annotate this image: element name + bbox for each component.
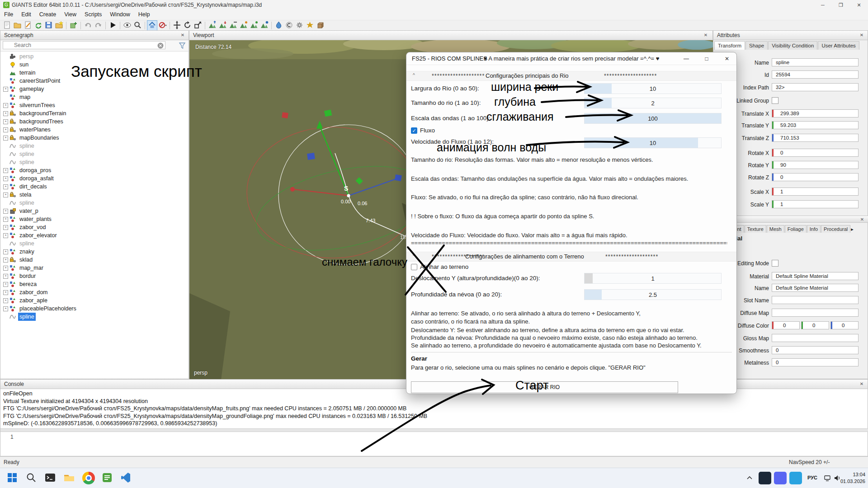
dialog-titlebar[interactable]: FS25 - RIOS COM SPLINES ♥ A maneira mais… bbox=[406, 52, 736, 65]
deslocamento-y-slider[interactable]: 1 bbox=[584, 273, 722, 284]
scenegraph-item-gameplay[interactable]: +gameplay bbox=[0, 85, 189, 93]
material-field[interactable] bbox=[772, 334, 859, 342]
expand-plus-icon[interactable]: + bbox=[3, 274, 8, 279]
tab-visibility-condition[interactable]: Visibility Condition bbox=[768, 41, 817, 50]
scenegraph-item-spline[interactable]: spline bbox=[0, 199, 189, 207]
scenegraph-item-backgroundTerrain[interactable]: +backgroundTerrain bbox=[0, 109, 189, 117]
expand-plus-icon[interactable]: + bbox=[3, 217, 8, 222]
attr-field[interactable]: 25594 bbox=[772, 70, 859, 79]
rotate-tool-icon[interactable] bbox=[183, 21, 192, 30]
collapse-caret-icon[interactable]: ^ bbox=[413, 253, 415, 258]
scenegraph-item-bordur[interactable]: +bordur bbox=[0, 272, 189, 280]
expand-plus-icon[interactable]: + bbox=[3, 127, 8, 132]
attr-field[interactable]: 32> bbox=[772, 83, 859, 91]
import-icon[interactable] bbox=[69, 21, 78, 30]
expand-plus-icon[interactable]: + bbox=[3, 209, 8, 214]
editing-mode-checkbox[interactable] bbox=[772, 260, 778, 267]
scenegraph-item-terrain[interactable]: terrain bbox=[0, 69, 189, 77]
expand-plus-icon[interactable]: + bbox=[3, 225, 8, 230]
scenegraph-close-icon[interactable]: ✕ bbox=[179, 32, 186, 38]
attr-field[interactable]: 0 bbox=[772, 149, 859, 157]
menu-create[interactable]: Create bbox=[35, 10, 61, 19]
terrain-lower-icon[interactable] bbox=[218, 21, 227, 30]
render-cube-icon[interactable] bbox=[316, 21, 325, 30]
scenegraph-item-stela[interactable]: +stela bbox=[0, 191, 189, 199]
diffuse-color-b[interactable]: 0 bbox=[830, 321, 859, 329]
edit-scene-icon[interactable] bbox=[23, 21, 33, 30]
play-icon[interactable] bbox=[108, 21, 118, 30]
scenegraph-item-dirt_decals[interactable]: +dirt_decals bbox=[0, 183, 189, 191]
tabs-overflow-icon[interactable]: ▸ bbox=[851, 226, 854, 232]
scenegraph-item-persp[interactable]: persp bbox=[0, 52, 189, 61]
scenegraph-item-spline[interactable]: spline bbox=[0, 142, 189, 150]
terminal-icon[interactable] bbox=[44, 472, 57, 484]
attr-field[interactable]: 0 bbox=[772, 173, 859, 181]
material-field[interactable] bbox=[772, 309, 859, 317]
scenegraph-item-doroga_pros[interactable]: +doroga_pros bbox=[0, 166, 189, 174]
fluxo-checkbox[interactable]: ✓ bbox=[411, 127, 417, 134]
culling-icon[interactable] bbox=[284, 21, 294, 30]
menu-window[interactable]: Window bbox=[106, 10, 134, 19]
expand-plus-icon[interactable]: + bbox=[3, 282, 8, 287]
material-tab-procedural[interactable]: Procedural bbox=[821, 225, 850, 233]
start-icon[interactable] bbox=[6, 472, 19, 484]
scenegraph-item-znaky[interactable]: +znaky bbox=[0, 248, 189, 256]
material-panel-close-icon[interactable]: ✕ bbox=[859, 216, 865, 223]
terrain-raise-icon[interactable] bbox=[208, 21, 217, 30]
scenegraph-item-placeablePlaceholders[interactable]: +placeablePlaceholders bbox=[0, 305, 189, 313]
new-file-icon[interactable] bbox=[2, 21, 12, 30]
scenegraph-item-water_plants[interactable]: +water_plants bbox=[0, 215, 189, 223]
explorer-icon[interactable] bbox=[63, 472, 76, 484]
clock-date[interactable]: 01.03.2026 bbox=[836, 479, 865, 484]
expand-plus-icon[interactable]: + bbox=[3, 192, 8, 197]
scenegraph-item-silverrunTrees[interactable]: +silverrunTrees bbox=[0, 101, 189, 109]
diffuse-color-g[interactable]: 0 bbox=[801, 321, 829, 329]
expand-plus-icon[interactable]: + bbox=[3, 176, 8, 181]
scenegraph-item-spline[interactable]: spline bbox=[0, 158, 189, 166]
expand-plus-icon[interactable]: + bbox=[3, 233, 8, 238]
foliage-paint-icon[interactable] bbox=[249, 21, 259, 30]
app-maximize-button[interactable]: ❐ bbox=[832, 0, 850, 10]
search-icon[interactable] bbox=[25, 472, 38, 484]
material-tab-mesh[interactable]: Mesh bbox=[767, 225, 784, 233]
expand-plus-icon[interactable]: + bbox=[3, 249, 8, 254]
dialog-close-button[interactable]: ✕ bbox=[720, 54, 734, 63]
material-tab-foliage[interactable]: Foliage bbox=[785, 225, 807, 233]
material-field[interactable] bbox=[772, 296, 859, 304]
expand-plus-icon[interactable]: + bbox=[3, 184, 8, 189]
scenegraph-item-map_mar[interactable]: +map_mar bbox=[0, 264, 189, 272]
attr-field[interactable]: 1 bbox=[772, 188, 859, 196]
linked-group-checkbox[interactable] bbox=[772, 97, 778, 104]
steam-icon[interactable] bbox=[759, 472, 771, 484]
attributes-close-icon[interactable]: ✕ bbox=[859, 32, 865, 38]
profundidade-nevoa-slider[interactable]: 2.5 bbox=[584, 289, 722, 300]
viewport-close-icon[interactable]: ✕ bbox=[703, 32, 709, 38]
save-icon[interactable] bbox=[44, 21, 53, 30]
escala-ondas-slider[interactable]: 100 bbox=[584, 113, 722, 124]
tab-transform[interactable]: Transform bbox=[714, 41, 745, 50]
scenegraph-item-bereza[interactable]: +bereza bbox=[0, 280, 189, 288]
scenegraph-item-waterPlanes[interactable]: +waterPlanes bbox=[0, 126, 189, 134]
expand-plus-icon[interactable]: + bbox=[3, 136, 8, 141]
console-input-area[interactable] bbox=[0, 431, 868, 457]
vscode-icon[interactable] bbox=[120, 472, 133, 484]
search-input[interactable] bbox=[3, 41, 165, 49]
material-tab-info[interactable]: Info bbox=[807, 225, 821, 233]
dialog-maximize-button[interactable]: □ bbox=[700, 54, 713, 63]
undo-icon[interactable] bbox=[83, 21, 93, 30]
scenegraph-item-mapBoundaries[interactable]: +mapBoundaries bbox=[0, 134, 189, 142]
scenegraph-item-zabor_elevator[interactable]: +zabor_elevator bbox=[0, 231, 189, 239]
diffuse-color-r[interactable]: 0 bbox=[772, 321, 800, 329]
expand-plus-icon[interactable]: + bbox=[3, 168, 8, 173]
tray-chevron-icon[interactable] bbox=[746, 475, 753, 481]
expand-plus-icon[interactable]: + bbox=[3, 290, 8, 295]
expand-plus-icon[interactable]: + bbox=[3, 258, 8, 263]
material-tab-texture[interactable]: Texture bbox=[745, 225, 766, 233]
alinhar-checkbox[interactable] bbox=[411, 264, 417, 270]
scenegraph-item-spline[interactable]: spline bbox=[0, 313, 189, 321]
section-main-header[interactable]: ^ ******************** Configurações pri… bbox=[406, 71, 736, 81]
menu-help[interactable]: Help bbox=[134, 10, 154, 19]
scenegraph-item-zabor_dom[interactable]: +zabor_dom bbox=[0, 288, 189, 296]
terrain-info-icon[interactable] bbox=[259, 21, 269, 30]
hide-toggle-icon[interactable] bbox=[158, 21, 167, 30]
